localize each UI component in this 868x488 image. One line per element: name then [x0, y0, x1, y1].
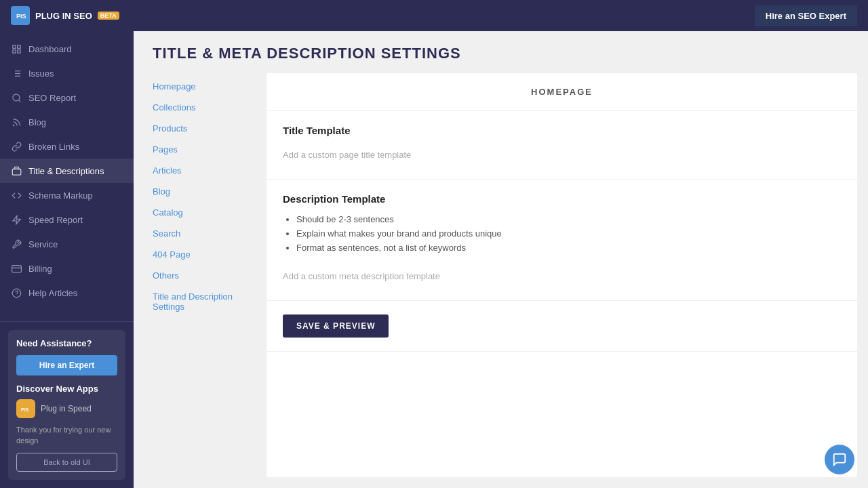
sidebar-item-label-service: Service — [28, 239, 58, 249]
sidebar-item-label-seo-report: SEO Report — [28, 93, 76, 103]
app-header: PIS PLUG IN SEO BETA Hire an SEO Expert — [0, 0, 868, 31]
credit-card-icon — [11, 263, 22, 274]
sub-nav: Homepage Collections Products Pages Arti… — [144, 73, 267, 477]
sidebar-item-issues[interactable]: Issues — [0, 61, 134, 85]
svg-line-13 — [18, 100, 20, 102]
title-template-input[interactable]: Add a custom page title template — [283, 144, 841, 165]
discover-title: Discover New Apps — [16, 384, 117, 394]
main-panel: HOMEPAGE Title Template Add a custom pag… — [267, 73, 857, 477]
code-icon — [11, 190, 22, 201]
svg-point-12 — [12, 94, 19, 100]
grid-icon — [11, 43, 22, 54]
tool-icon — [11, 239, 22, 249]
sidebar: Dashboard Issues SEO R — [0, 31, 134, 488]
save-section: SAVE & PREVIEW — [267, 301, 857, 352]
sub-nav-products[interactable]: Products — [144, 118, 267, 139]
sub-nav-title-description-settings[interactable]: Title and Description Settings — [144, 286, 267, 317]
sidebar-item-dashboard[interactable]: Dashboard — [0, 37, 134, 61]
link-icon — [11, 141, 22, 152]
description-bullet-3: Format as sentences, not a list of keywo… — [296, 241, 841, 256]
sidebar-item-service[interactable]: Service — [0, 232, 134, 256]
svg-rect-17 — [12, 265, 21, 272]
sidebar-bottom: Need Assistance? Hire an Expert Discover… — [0, 321, 134, 488]
sidebar-item-blog[interactable]: Blog — [0, 110, 134, 134]
svg-rect-3 — [17, 45, 20, 47]
content-body: Homepage Collections Products Pages Arti… — [134, 73, 868, 488]
svg-rect-2 — [12, 45, 15, 47]
sidebar-item-title-descriptions[interactable]: Title & Descriptions — [0, 159, 134, 183]
assistance-title: Need Assistance? — [16, 338, 117, 348]
logo-text: PLUG IN SEO — [35, 11, 92, 21]
svg-text:PIS: PIS — [21, 407, 29, 412]
sidebar-item-label-billing: Billing — [28, 264, 52, 274]
chat-button[interactable] — [825, 445, 854, 474]
svg-marker-16 — [12, 216, 20, 224]
title-template-heading: Title Template — [283, 125, 841, 136]
sub-nav-collections[interactable]: Collections — [144, 97, 267, 118]
description-template-input[interactable]: Add a custom meta description template — [283, 266, 841, 287]
sidebar-item-broken-links[interactable]: Broken Links — [0, 134, 134, 159]
main-layout: Dashboard Issues SEO R — [0, 31, 868, 488]
sub-nav-catalog[interactable]: Catalog — [144, 202, 267, 223]
sub-nav-articles[interactable]: Articles — [144, 160, 267, 181]
sidebar-item-label-help-articles: Help Articles — [28, 288, 77, 298]
tag-icon — [11, 165, 22, 176]
sidebar-item-label-schema-markup: Schema Markup — [28, 190, 93, 201]
title-template-section: Title Template Add a custom page title t… — [267, 111, 857, 180]
sub-nav-search[interactable]: Search — [144, 223, 267, 244]
sub-nav-pages[interactable]: Pages — [144, 139, 267, 160]
content-area: TITLE & META DESCRIPTION SETTINGS Homepa… — [134, 31, 868, 488]
page-title: TITLE & META DESCRIPTION SETTINGS — [153, 45, 849, 62]
logo-beta-badge: BETA — [98, 12, 119, 20]
sidebar-item-label-blog: Blog — [28, 117, 46, 127]
sub-nav-404-page[interactable]: 404 Page — [144, 244, 267, 265]
zap-icon — [11, 214, 22, 225]
sidebar-item-label-dashboard: Dashboard — [28, 44, 72, 54]
app-icon: PIS — [16, 399, 35, 418]
sidebar-item-billing[interactable]: Billing — [0, 256, 134, 281]
svg-rect-15 — [12, 169, 21, 175]
hire-expert-sidebar-button[interactable]: Hire an Expert — [16, 355, 117, 375]
sidebar-item-label-issues: Issues — [28, 68, 54, 79]
sidebar-item-label-title-descriptions: Title & Descriptions — [28, 166, 104, 176]
list-icon — [11, 68, 22, 79]
sidebar-item-help-articles[interactable]: Help Articles — [0, 281, 134, 305]
svg-rect-5 — [12, 49, 15, 52]
svg-rect-4 — [17, 49, 20, 52]
help-circle-icon — [11, 287, 22, 298]
sidebar-item-schema-markup[interactable]: Schema Markup — [0, 183, 134, 207]
sidebar-item-seo-report[interactable]: SEO Report — [0, 85, 134, 110]
description-template-section: Description Template Should be 2-3 sente… — [267, 180, 857, 301]
app-name: Plug in Speed — [41, 404, 92, 413]
save-preview-button[interactable]: SAVE & PREVIEW — [283, 314, 389, 338]
panel-section-header: HOMEPAGE — [267, 73, 857, 111]
sidebar-item-label-broken-links: Broken Links — [28, 142, 79, 152]
logo: PIS PLUG IN SEO BETA — [11, 6, 119, 25]
sidebar-item-label-speed-report: Speed Report — [28, 215, 83, 225]
sub-nav-others[interactable]: Others — [144, 265, 267, 286]
description-template-heading: Description Template — [283, 193, 841, 205]
back-to-old-ui-button[interactable]: Back to old UI — [16, 453, 117, 472]
svg-text:PIS: PIS — [16, 13, 26, 20]
description-bullet-1: Should be 2-3 sentences — [296, 213, 841, 227]
hire-expert-header-button[interactable]: Hire an SEO Expert — [755, 5, 857, 26]
description-bullet-2: Explain what makes your brand and produc… — [296, 227, 841, 241]
svg-point-14 — [13, 125, 14, 125]
app-item: PIS Plug in Speed — [16, 399, 117, 418]
sidebar-item-speed-report[interactable]: Speed Report — [0, 207, 134, 232]
description-bullets: Should be 2-3 sentences Explain what mak… — [283, 213, 841, 255]
assistance-card: Need Assistance? Hire an Expert Discover… — [8, 330, 125, 480]
thank-you-text: Thank you for trying our new design — [16, 425, 117, 446]
sidebar-nav: Dashboard Issues SEO R — [0, 31, 134, 321]
logo-icon: PIS — [11, 6, 30, 25]
sub-nav-blog[interactable]: Blog — [144, 181, 267, 202]
sub-nav-homepage[interactable]: Homepage — [144, 76, 267, 97]
page-header: TITLE & META DESCRIPTION SETTINGS — [134, 31, 868, 73]
rss-icon — [11, 117, 22, 127]
search-icon — [11, 92, 22, 103]
